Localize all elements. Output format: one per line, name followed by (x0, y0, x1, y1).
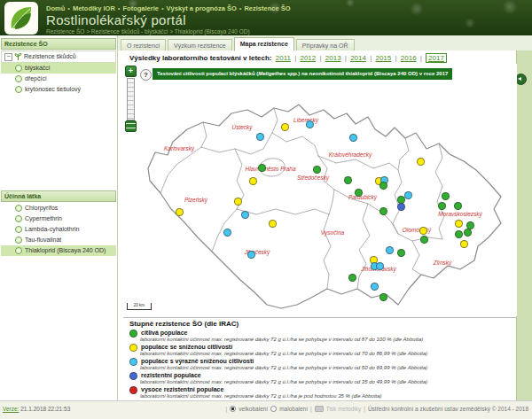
map-marker-yellow[interactable] (281, 123, 289, 131)
substance-item-Lambda-cyhalothrin[interactable]: Lambda-cyhalothrin (1, 224, 116, 235)
print-method-link[interactable]: Tisk metodiky (326, 406, 362, 412)
region-label-Zlínský: Zlínský (434, 260, 452, 266)
status-bar-right: | velkobalení malobalení | Tisk metodiky… (226, 406, 528, 412)
map-marker-green[interactable] (355, 189, 363, 197)
map-marker-cyan[interactable] (371, 283, 379, 291)
substance-item-Cypermethrin[interactable]: Cypermethrin (1, 213, 116, 224)
substance-list: ChlorpyrifosCypermethrinLambda-cyhalothr… (0, 203, 117, 256)
substance-item-Tau-fluvalinát[interactable]: Tau-fluvalinát (1, 235, 116, 245)
tree-item-label: Chlorpyrifos (25, 203, 58, 213)
map-marker-cyan[interactable] (247, 251, 255, 259)
tab-Mapa rezistence[interactable]: Mapa rezistence (234, 37, 294, 51)
site-logo[interactable] (4, 2, 38, 35)
map-marker-green[interactable] (313, 166, 321, 174)
collapse-expander-icon[interactable]: − (4, 53, 12, 61)
map-marker-green[interactable] (455, 230, 463, 238)
map-marker-yellow[interactable] (460, 240, 468, 248)
map-marker-yellow[interactable] (417, 158, 425, 166)
radio-velkobaleni[interactable] (230, 406, 236, 412)
tree-item-label: Tau-fluvalinát (25, 235, 61, 245)
substance-item-Chlorpyrifos[interactable]: Chlorpyrifos (1, 203, 116, 213)
map-marker-cyan[interactable] (306, 120, 314, 128)
map-help-button[interactable]: ? (140, 69, 152, 81)
year-separator: | (343, 54, 349, 62)
map-marker-yellow[interactable] (419, 227, 427, 235)
menu-separator: • (118, 4, 121, 12)
map-marker-green[interactable] (258, 164, 266, 172)
map-marker-green[interactable] (379, 207, 387, 215)
map-marker-cyan[interactable] (386, 246, 394, 254)
map-marker-cyan[interactable] (349, 134, 357, 142)
map-marker-green[interactable] (397, 249, 405, 257)
year-link-2012[interactable]: 2012 (300, 54, 316, 62)
map-marker-green[interactable] (379, 182, 387, 190)
map-marker-cyan[interactable] (241, 211, 249, 219)
legend-item-5: vysoce rezistentní populacelaboratorní k… (129, 386, 509, 400)
zoom-slider-track[interactable] (127, 78, 135, 120)
menu-item-2[interactable]: Metodiky IOR (73, 4, 115, 12)
map-marker-blue[interactable] (397, 203, 405, 211)
region-label-Vysočina: Vysočina (321, 229, 344, 236)
map-marker-cyan[interactable] (404, 191, 412, 199)
region-label-Moravskoslezský: Moravskoslezský (438, 211, 481, 217)
map-marker-green[interactable] (438, 202, 446, 210)
sidebar-item-dřepčíci[interactable]: dřepčíci (1, 74, 116, 84)
legend: Stupně rezistence ŠO (dle IRAC) citlivá … (129, 320, 509, 409)
map-marker-green[interactable] (344, 176, 352, 184)
content-panel: Výsledky laboratorního testování v letec… (118, 50, 532, 400)
substance-item-Thiakloprid (Biscaya 240 OD)[interactable]: Thiakloprid (Biscaya 240 OD) (1, 245, 116, 256)
map-marker-yellow[interactable] (176, 208, 184, 216)
region-label-Hlavní město Praha: Hlavní město Praha (245, 166, 295, 172)
year-link-2013[interactable]: 2013 (325, 54, 341, 62)
region-label-Karlovarský: Karlovarský (164, 145, 194, 151)
map-panel[interactable]: KarlovarskýÚsteckýLibereckýKrálovéhradec… (123, 64, 517, 316)
menu-separator: • (161, 4, 164, 12)
page-header: Domů•Metodiky IOR•Fotogalerie•Výskyt a p… (0, 0, 532, 35)
tab-O rezistenci[interactable]: O rezistenci (121, 39, 166, 51)
tree-root-rezistence-skudcu[interactable]: − Rezistence škůdců (1, 50, 116, 63)
map-marker-green[interactable] (464, 229, 472, 237)
legend-item-description: laboratorní kontaktní účinnost max. regi… (140, 337, 509, 343)
menu-item-3[interactable]: Fotogalerie (122, 4, 158, 12)
map-marker-cyan[interactable] (256, 133, 264, 141)
map-marker-cyan[interactable] (223, 229, 231, 237)
map-marker-cyan[interactable] (376, 262, 384, 270)
legend-item-3: populace s výrazně sníženou citlivostíla… (129, 358, 509, 371)
map-marker-green[interactable] (379, 293, 387, 301)
map-marker-yellow[interactable] (455, 220, 463, 228)
map-marker-yellow[interactable] (249, 177, 257, 185)
legend-item-description: laboratorní kontaktní účinnost max. regi… (140, 365, 509, 371)
map-title-banner: Testování citlivosti populací blýskáčků … (153, 68, 452, 80)
tab-Přípravky na OŘ[interactable]: Přípravky na OŘ (296, 39, 355, 51)
tree-node-icon (15, 86, 22, 93)
zoom-in-button[interactable]: + (125, 66, 137, 77)
tree-root-label: Rezistence škůdců (24, 51, 76, 62)
results-heading-label: Výsledky laboratorního testování v letec… (129, 54, 272, 62)
year-link-2014[interactable]: 2014 (350, 54, 366, 62)
tree-item-label: dřepčíci (25, 74, 47, 84)
version-link[interactable]: Verze: (3, 406, 19, 412)
year-link-2017[interactable]: 2017 (426, 53, 447, 63)
app-window: Domů•Metodiky IOR•Fotogalerie•Výskyt a p… (0, 0, 532, 419)
sidebar-item-blýskáčci[interactable]: blýskáčci (1, 63, 116, 74)
zoom-slider-handle[interactable] (125, 120, 137, 132)
menu-item-4[interactable]: Výskyt a prognóza ŠO (167, 4, 237, 12)
tab-bar: O rezistenciVýzkum rezistenceMapa rezist… (118, 35, 532, 51)
top-menu: Domů•Metodiky IOR•Fotogalerie•Výskyt a p… (46, 4, 291, 12)
radio-malobaleni[interactable] (270, 406, 277, 412)
separator: | (310, 406, 312, 412)
tab-Výzkum rezistence[interactable]: Výzkum rezistence (168, 39, 232, 51)
map-marker-green[interactable] (454, 202, 462, 210)
map-marker-green[interactable] (420, 236, 428, 244)
map-zoom-control: + (125, 66, 137, 132)
sidebar-item-krytonosec šešulový[interactable]: krytonosec šešulový (1, 84, 116, 95)
year-link-2011[interactable]: 2011 (276, 54, 291, 62)
map-marker-yellow[interactable] (234, 198, 242, 206)
menu-item-1[interactable]: Domů (46, 4, 65, 12)
year-link-2015[interactable]: 2015 (375, 54, 391, 62)
map-marker-yellow[interactable] (269, 220, 277, 228)
menu-item-5[interactable]: Rezistence ŠO (244, 4, 290, 12)
map-marker-green[interactable] (348, 274, 356, 282)
year-link-2016[interactable]: 2016 (401, 54, 417, 62)
map-marker-green[interactable] (442, 192, 450, 200)
